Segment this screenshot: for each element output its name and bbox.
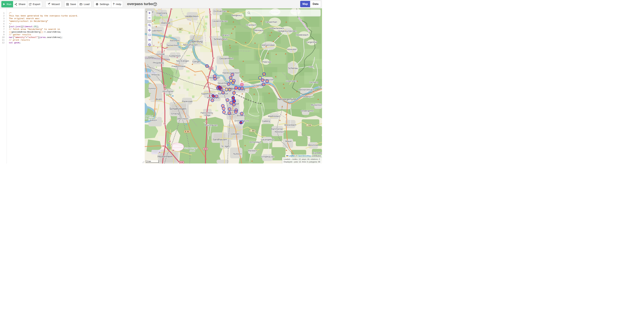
svg-text:Altneudorf: Altneudorf [287, 48, 297, 51]
svg-text:Rohrhof: Rohrhof [148, 87, 156, 90]
svg-text:Ursenbach: Ursenbach [246, 24, 256, 26]
svg-text:29: 29 [163, 123, 166, 125]
svg-text:Ilvesheim: Ilvesheim [170, 39, 180, 42]
svg-text:Maisbach: Maisbach [248, 150, 257, 152]
svg-text:Wiesenbach: Wiesenbach [284, 124, 296, 126]
svg-text:5: 5 [210, 83, 211, 85]
svg-text:Neckarhausen: Neckarhausen [183, 44, 198, 46]
svg-text:Lanz: Lanz [318, 86, 322, 88]
svg-text:Vorderheubach: Vorderheubach [270, 27, 284, 30]
svg-text:2: 2 [153, 45, 154, 47]
svg-text:Dilsbergerhof: Dilsbergerhof [301, 110, 314, 112]
svg-text:Schatthausen: Schatthausen [261, 155, 274, 158]
svg-text:Wilhelmsfeld: Wilhelmsfeld [262, 44, 275, 46]
svg-text:30: 30 [172, 149, 174, 151]
svg-text:37: 37 [207, 86, 209, 88]
svg-text:Sandhausen: Sandhausen [212, 138, 227, 141]
svg-text:Heddesbach: Heddesbach [296, 34, 308, 36]
svg-text:Ketscher: Ketscher [145, 115, 153, 117]
svg-text:3: 3 [164, 50, 165, 52]
svg-text:Seckenheim: Seckenheim [167, 44, 179, 47]
svg-text:Nußloch: Nußloch [233, 153, 242, 155]
svg-text:Grein: Grein [308, 66, 314, 68]
svg-text:38: 38 [205, 121, 208, 123]
svg-text:Mückenloch: Mückenloch [311, 104, 322, 106]
svg-text:Langenthal: Langenthal [306, 41, 317, 43]
svg-text:Waldhilsbach: Waldhilsbach [268, 115, 280, 117]
svg-text:36: 36 [212, 57, 214, 59]
svg-text:Plankstadt: Plankstadt [182, 100, 192, 103]
svg-text:Village: Village [204, 114, 210, 116]
svg-text:Gauangelloch: Gauangelloch [261, 138, 274, 141]
svg-text:Gaiberg: Gaiberg [262, 120, 270, 122]
svg-text:Dilsberg: Dilsberg [302, 95, 310, 98]
svg-text:Eppelheim: Eppelheim [202, 92, 212, 95]
svg-text:28: 28 [164, 88, 166, 90]
svg-text:Mauer: Mauer [286, 140, 292, 143]
svg-text:Schälzig: Schälzig [171, 112, 179, 115]
svg-text:A 5: A 5 [210, 67, 212, 69]
svg-text:Dossenheim: Dossenheim [220, 57, 233, 60]
svg-text:Feld: Feld [222, 85, 226, 87]
svg-text:Friedrichsfeld: Friedrichsfeld [172, 65, 185, 68]
svg-text:Ochsenbach: Ochsenbach [250, 141, 261, 143]
svg-text:L 600: L 600 [250, 130, 255, 132]
svg-text:Leimen: Leimen [231, 132, 240, 135]
svg-text:Neckarsteinach: Neckarsteinach [299, 88, 314, 91]
svg-text:29: 29 [165, 129, 168, 131]
svg-text:Mönchzell: Mönchzell [308, 144, 318, 146]
svg-text:Lampenhain: Lampenhain [266, 21, 277, 23]
svg-text:Heddesheim: Heddesheim [185, 15, 198, 18]
svg-text:L 597: L 597 [178, 28, 182, 30]
svg-text:Bammental: Bammental [271, 128, 282, 130]
svg-text:Rheininsel: Rheininsel [145, 117, 154, 120]
svg-text:Mallau: Mallau [148, 56, 154, 59]
svg-text:Rheinau: Rheinau [152, 74, 160, 76]
svg-text:27: 27 [160, 43, 163, 45]
svg-text:Heiligkreuz: Heiligkreuz [232, 14, 242, 17]
svg-text:37: 37 [206, 76, 208, 78]
svg-text:3: 3 [157, 47, 158, 49]
svg-text:Lindenbach: Lindenbach [286, 80, 297, 82]
svg-text:Hirschacker: Hirschacker [162, 90, 174, 93]
svg-text:Hardt: Hardt [190, 150, 195, 152]
svg-text:65: 65 [162, 145, 165, 147]
svg-text:Peterstal: Peterstal [262, 61, 271, 63]
svg-text:Hochstätt: Hochstätt [156, 53, 165, 56]
svg-text:A 5: A 5 [204, 148, 207, 150]
svg-text:Patrick-Henry-: Patrick-Henry- [200, 112, 214, 114]
svg-text:Neu-Edingen: Neu-Edingen [176, 60, 189, 62]
svg-text:Schwetzingen: Schwetzingen [170, 107, 186, 110]
svg-text:34: 34 [209, 11, 211, 13]
svg-text:Rheinauhafen: Rheinauhafen [145, 72, 157, 74]
svg-text:A 6: A 6 [180, 161, 183, 163]
svg-text:Reilsheim: Reilsheim [275, 131, 284, 133]
svg-text:Leutershausen: Leutershausen [213, 20, 228, 22]
svg-text:Heiligkreuzsteinach: Heiligkreuzsteinach [278, 30, 297, 32]
svg-text:Hockenheim: Hockenheim [158, 155, 172, 158]
svg-text:34: 34 [209, 14, 211, 16]
svg-text:Schönau: Schönau [288, 67, 298, 70]
svg-text:Oftersheim: Oftersheim [177, 117, 188, 120]
svg-text:St. Ilgen: St. Ilgen [221, 145, 230, 148]
svg-text:Pfingstberg: Pfingstberg [153, 62, 163, 64]
svg-text:Schriesheim: Schriesheim [214, 38, 228, 41]
svg-text:Vogelstang: Vogelstang [156, 12, 167, 14]
svg-text:28: 28 [164, 85, 166, 87]
svg-text:Eschelbro: Eschelbro [313, 152, 322, 154]
svg-text:L 532: L 532 [307, 124, 311, 126]
svg-text:Schwetzinger: Schwetzinger [184, 147, 198, 149]
svg-text:35: 35 [210, 36, 212, 38]
svg-text:Großsachsen: Großsachsen [214, 10, 227, 13]
svg-text:Suebenheim: Suebenheim [169, 55, 181, 57]
svg-text:Altenbach: Altenbach [254, 29, 263, 32]
svg-text:30: 30 [169, 140, 171, 142]
svg-text:Brühl: Brühl [156, 98, 162, 101]
svg-text:Branich: Branich [223, 34, 230, 37]
svg-text:B 291: B 291 [185, 131, 190, 133]
svg-text:Bruchhausen: Bruchhausen [205, 124, 218, 126]
svg-text:26: 26 [170, 9, 172, 10]
svg-text:Neckargemünd: Neckargemünd [278, 98, 296, 101]
svg-text:Ladenburg: Ladenburg [190, 40, 203, 43]
svg-text:Darsberg: Darsberg [310, 81, 318, 84]
